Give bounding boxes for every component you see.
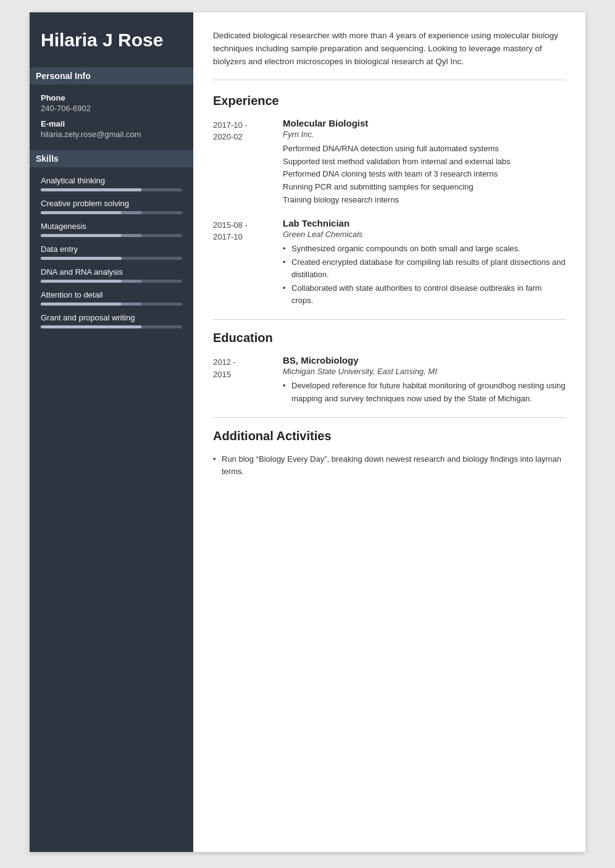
skills-list: Analytical thinkingCreative problem solv… [41, 176, 182, 328]
skill-name: Mutagenesis [41, 222, 182, 231]
list-item: Synthesized organic compounds on both sm… [283, 243, 566, 255]
company-name: Green Leaf Chemicals [283, 230, 566, 239]
skill-item: Grant and proposal writing [41, 313, 182, 328]
skills-heading: Skills [30, 150, 193, 167]
skills-section: Skills Analytical thinkingCreative probl… [41, 150, 182, 328]
skill-item: Attention to detail [41, 290, 182, 306]
education-heading: Education [213, 331, 566, 345]
skill-bar-accent [122, 280, 141, 283]
resume-container: Hilaria J Rose Personal Info Phone 240-7… [30, 12, 585, 852]
skill-item: Creative problem solving [41, 199, 182, 214]
candidate-name: Hilaria J Rose [41, 30, 182, 51]
company-name: Fyrn Inc. [283, 130, 566, 139]
skill-item: DNA and RNA analysis [41, 267, 182, 283]
list-item: Performed DNA/RNA detection using full a… [283, 143, 566, 156]
edu-date: 2012 - 2015 [213, 355, 272, 406]
skill-bar-fill [41, 303, 122, 306]
skill-bar-fill [41, 211, 122, 214]
skill-bar-fill [41, 280, 122, 283]
skill-bar-fill [41, 188, 141, 191]
summary-text: Dedicated biological researcher with mor… [213, 30, 566, 80]
edu-detail: BS, MicrobiologyMichigan State Universit… [283, 355, 566, 406]
job-detail: Molecular BiologistFyrn Inc.Performed DN… [283, 118, 566, 207]
education-divider [213, 319, 566, 320]
job-date: 2015-08 - 2017-10 [213, 218, 272, 309]
list-item: Running PCR and submitting samples for s… [283, 181, 566, 194]
skill-name: DNA and RNA analysis [41, 267, 182, 277]
job-detail: Lab TechnicianGreen Leaf ChemicalsSynthe… [283, 218, 566, 309]
skill-bar [41, 280, 182, 283]
job-responsibilities: Performed DNA/RNA detection using full a… [283, 143, 566, 207]
list-item: Supported test method validation from in… [283, 156, 566, 169]
education-item: 2012 - 2015BS, MicrobiologyMichigan Stat… [213, 355, 566, 406]
sidebar: Hilaria J Rose Personal Info Phone 240-7… [30, 12, 193, 852]
skill-bar [41, 188, 182, 191]
skill-name: Creative problem solving [41, 199, 182, 208]
education-list: 2012 - 2015BS, MicrobiologyMichigan Stat… [213, 355, 566, 406]
experience-item: 2017-10 - 2020-02Molecular BiologistFyrn… [213, 118, 566, 207]
skill-bar-accent [122, 303, 141, 306]
skill-item: Mutagenesis [41, 222, 182, 237]
edu-items: Developed reference for future habitat m… [283, 380, 566, 404]
activities-divider [213, 417, 566, 418]
skill-bar-fill [41, 325, 141, 328]
skill-bar [41, 211, 182, 214]
skill-name: Data entry [41, 244, 182, 254]
main-content: Dedicated biological researcher with mor… [193, 12, 585, 852]
skill-bar [41, 325, 182, 328]
job-title: Molecular Biologist [283, 118, 566, 128]
list-item: Training biology research interns [283, 194, 566, 207]
job-date: 2017-10 - 2020-02 [213, 118, 272, 207]
experience-list: 2017-10 - 2020-02Molecular BiologistFyrn… [213, 118, 566, 309]
personal-info-heading: Personal Info [30, 67, 193, 85]
skill-bar [41, 234, 182, 237]
email-label: E-mail [41, 119, 182, 128]
experience-item: 2015-08 - 2017-10Lab TechnicianGreen Lea… [213, 218, 566, 309]
skill-name: Analytical thinking [41, 176, 182, 185]
phone-label: Phone [41, 93, 182, 102]
skill-bar-accent [122, 234, 141, 237]
skill-bar-fill [41, 257, 122, 260]
list-item: Performed DNA cloning tests with team of… [283, 168, 566, 181]
skill-bar [41, 257, 182, 260]
degree-title: BS, Microbiology [283, 355, 566, 365]
skill-name: Grant and proposal writing [41, 313, 182, 322]
activities-items: Run blog “Biology Every Day”, breaking d… [213, 453, 566, 478]
skill-bar-accent [122, 211, 141, 214]
list-item: Collaborated with state authorities to c… [283, 282, 566, 307]
email-value: hilaria.zety.rose@gmail.com [41, 130, 182, 139]
activities-heading: Additional Activities [213, 429, 566, 443]
activities-list: Run blog “Biology Every Day”, breaking d… [213, 453, 566, 478]
skill-bar-fill [41, 234, 122, 237]
experience-heading: Experience [213, 94, 566, 108]
phone-value: 240-706-6902 [41, 104, 182, 113]
skill-bar [41, 303, 182, 306]
school-name: Michigan State University, East Lansing,… [283, 367, 566, 376]
job-responsibilities: Synthesized organic compounds on both sm… [283, 243, 566, 307]
list-item: Created encrypted database for compiling… [283, 256, 566, 281]
skill-item: Analytical thinking [41, 176, 182, 191]
skill-item: Data entry [41, 244, 182, 260]
list-item: Run blog “Biology Every Day”, breaking d… [213, 453, 566, 478]
list-item: Developed reference for future habitat m… [283, 380, 566, 404]
skill-name: Attention to detail [41, 290, 182, 299]
job-title: Lab Technician [283, 218, 566, 228]
